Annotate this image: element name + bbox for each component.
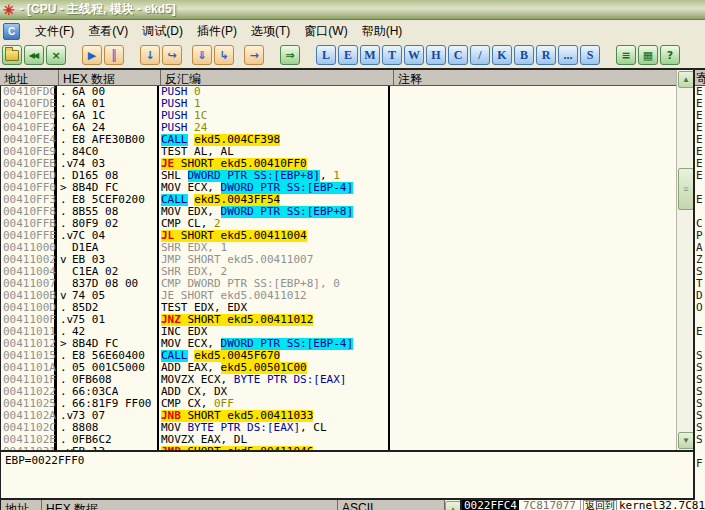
registers-pane: 寄存器 EEEEEEEEECPAZSTDOESSSSSSSSF: [693, 70, 705, 500]
register-row[interactable]: F: [695, 458, 705, 470]
panel-button-R[interactable]: R: [536, 45, 556, 65]
menu-item[interactable]: 选项(T): [244, 21, 297, 42]
panel-button-T[interactable]: T: [382, 45, 402, 65]
col-header-address: 地址: [0, 70, 59, 85]
help-button[interactable]: ?: [660, 45, 680, 65]
dump-scrollbar[interactable]: ▲: [445, 500, 460, 510]
open-file-button[interactable]: [2, 45, 22, 65]
app-icon: ✳: [3, 3, 15, 17]
disasm-rows: 00410FDC.6A 00PUSH 000410FDE.6A 01PUSH 1…: [0, 86, 676, 450]
scroll-up-icon[interactable]: ▲: [678, 71, 694, 88]
register-row[interactable]: E: [695, 326, 705, 338]
disasm-row[interactable]: 00410FFE.v7C 04JL SHORT ekd5.00411004: [1, 230, 676, 242]
ollydbg-window: ✳ - [CPU - 主线程, 模块 - ekd5] C 文件(F)查看(V)调…: [0, 0, 705, 510]
menu-item[interactable]: 帮助(H): [355, 21, 410, 42]
trace-over-button[interactable]: ↳: [214, 45, 234, 65]
panel-button-B[interactable]: B: [514, 45, 534, 65]
scrollbar-thumb[interactable]: ≡: [678, 168, 694, 210]
panel-button-L[interactable]: L: [316, 45, 336, 65]
panel-button-K[interactable]: K: [492, 45, 512, 65]
panel-button-C[interactable]: C: [448, 45, 468, 65]
col-header-comment: 注释: [394, 70, 676, 85]
menu-item[interactable]: 调试(D): [135, 21, 190, 42]
menu-item[interactable]: 窗口(W): [297, 21, 354, 42]
panel-button-...[interactable]: ...: [558, 45, 578, 65]
open-folder-icon: [5, 50, 19, 61]
panel-button-W[interactable]: W: [404, 45, 424, 65]
panel-button-/[interactable]: /: [470, 45, 490, 65]
scroll-down-icon[interactable]: ▼: [678, 432, 694, 449]
appearance-button[interactable]: ▦: [638, 45, 658, 65]
panel-button-M[interactable]: M: [360, 45, 380, 65]
trace-into-button[interactable]: ⇓: [192, 45, 212, 65]
menu-item[interactable]: 查看(V): [81, 21, 135, 42]
stack-return-label: 返回到: [583, 500, 617, 510]
register-row[interactable]: E: [695, 194, 705, 206]
col-header-hex: HEX 数据: [59, 70, 161, 85]
scroll-up-icon[interactable]: ▲: [445, 501, 461, 510]
bottom-strip: 地址 HEX 数据 ASCII ▲ 0022FFC4 7C817077 返回到 …: [0, 500, 705, 510]
title-bar[interactable]: ✳ - [CPU - 主线程, 模块 - ekd5]: [0, 0, 705, 20]
menu-item[interactable]: 插件(P): [190, 21, 244, 42]
dump-header-ascii: ASCII: [338, 500, 445, 510]
cpu-pane: 地址 HEX 数据 反汇编 注释 00410FDC.6A 00PUSH 0004…: [0, 68, 705, 510]
menu-item[interactable]: 文件(F): [28, 21, 81, 42]
restart-button[interactable]: ◀◀: [24, 45, 44, 65]
disasm-scrollbar[interactable]: ▲ ≡ ▼: [676, 70, 693, 450]
disasm-row[interactable]: 0041100Bv74 05JE SHORT ekd5.00411012: [1, 290, 676, 302]
disasm-row[interactable]: 00410FE4.E8 AFE30B00CALL ekd5.004CF398: [1, 134, 676, 146]
menu-bar: C 文件(F)查看(V)调试(D)插件(P)选项(T)窗口(W)帮助(H): [0, 21, 705, 42]
step-over-button[interactable]: ↪: [162, 45, 182, 65]
close-button[interactable]: ×: [46, 45, 66, 65]
registers-letters: EEEEEEEEECPAZSTDOESSSSSSSSF: [695, 86, 705, 470]
register-row[interactable]: E: [695, 170, 705, 182]
step-into-button[interactable]: ↓: [140, 45, 160, 65]
goto-button[interactable]: ⇒: [280, 45, 300, 65]
info-pane-text: EBP=0022FFF0: [5, 454, 84, 467]
letter-buttons: LEMTWHC/KBR...S: [316, 45, 602, 65]
panel-button-S[interactable]: S: [580, 45, 600, 65]
window-title: - [CPU - 主线程, 模块 - ekd5]: [20, 1, 176, 18]
info-pane: EBP=0022FFF0: [0, 452, 693, 498]
col-header-disasm: 反汇编: [161, 70, 394, 85]
disasm-column-headers: 地址 HEX 数据 反汇编 注释: [0, 70, 676, 86]
stack-pane[interactable]: 0022FFC4 7C817077 返回到 kernel32.7C817: [460, 500, 705, 510]
disasm-row[interactable]: 0041100F.v75 01JNZ SHORT ekd5.00411012: [1, 314, 676, 326]
register-row[interactable]: O: [695, 302, 705, 314]
panel-button-E[interactable]: E: [338, 45, 358, 65]
execute-till-return-button[interactable]: →: [244, 45, 264, 65]
cpu-window-icon[interactable]: C: [3, 23, 20, 40]
dump-header-address: 地址: [1, 500, 42, 510]
menu-items: 文件(F)查看(V)调试(D)插件(P)选项(T)窗口(W)帮助(H): [28, 21, 409, 42]
registers-header: 寄存器: [695, 70, 705, 86]
stack-value: 7C817077: [519, 500, 581, 510]
register-row[interactable]: S: [695, 434, 705, 446]
stack-address[interactable]: 0022FFC4: [462, 500, 519, 510]
panel-button-H[interactable]: H: [426, 45, 446, 65]
dump-header-hex: HEX 数据: [42, 500, 338, 510]
toolbar: ◀◀ × ▶ ║ ↓ ↪ ⇓ ↳ → ⇒ LEMTWHC/KBR...S ≡ ▦…: [0, 42, 705, 68]
run-button[interactable]: ▶: [82, 45, 102, 65]
pause-button[interactable]: ║: [104, 45, 124, 65]
stack-comment: kernel32.7C817: [619, 500, 705, 510]
log-button[interactable]: ≡: [616, 45, 636, 65]
dump-column-headers: 地址 HEX 数据 ASCII: [0, 500, 445, 510]
disasm-row[interactable]: 0041102A.v73 07JNB SHORT ekd5.00411033: [1, 410, 676, 422]
